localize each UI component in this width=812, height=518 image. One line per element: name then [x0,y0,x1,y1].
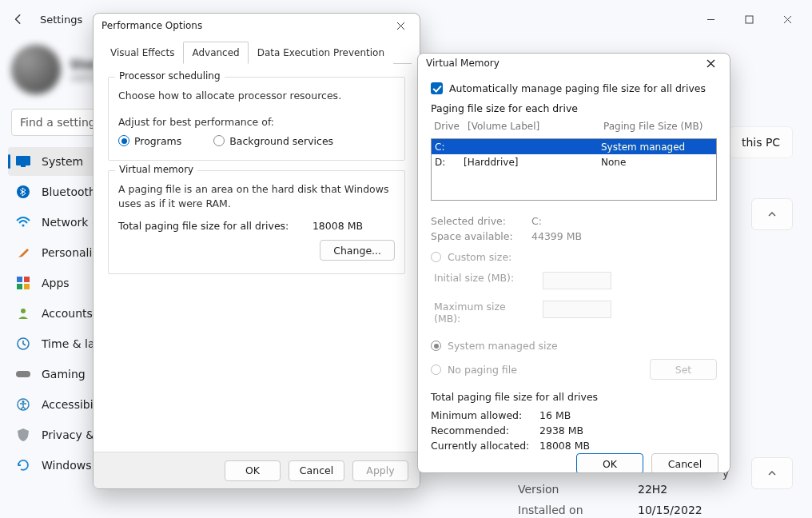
drive-list[interactable]: C: System managed D: [Harddrive] None [431,138,717,201]
wifi-icon [16,215,30,229]
processor-scheduling-group: Processor scheduling Choose how to alloc… [108,77,405,161]
radio-icon [213,135,225,146]
group-description: Choose how to allocate processor resourc… [118,89,395,104]
avatar[interactable] [11,45,61,94]
close-settings-button[interactable] [769,6,806,32]
radio-icon [431,365,441,375]
apps-icon [16,276,30,290]
group-description: A paging file is an area on the hard dis… [118,182,395,213]
set-button: Set [650,359,717,380]
checkbox-icon [431,82,443,94]
recommended-value: 2938 MB [539,424,583,436]
nav-label: Apps [42,277,70,289]
svg-rect-6 [17,277,22,282]
installed-value: 10/15/2022 [638,504,703,516]
rename-pc-button[interactable]: this PC [729,126,793,158]
installed-label: Installed on [518,504,622,516]
close-icon [783,15,792,24]
maximum-size-input [543,301,611,318]
space-available-value: 44399 MB [531,230,582,242]
drive-row[interactable]: C: System managed [432,139,716,154]
shield-icon [16,428,30,442]
cancel-button[interactable]: Cancel [651,453,718,473]
tabstrip: Visual Effects Advanced Data Execution P… [102,38,412,64]
brush-icon [16,245,30,260]
initial-size-input [543,272,611,289]
maximize-button[interactable] [730,6,767,32]
svg-rect-2 [16,156,30,165]
radio-programs[interactable]: Programs [118,135,181,147]
drive-size: None [601,157,713,168]
min-allowed-value: 16 MB [539,409,571,421]
drive-row[interactable]: D: [Harddrive] None [432,154,716,169]
adjust-label: Adjust for best performance of: [118,115,395,130]
person-icon [16,306,30,321]
version-label: Version [518,483,622,496]
radio-label: Background services [229,135,333,147]
expand-toggle[interactable] [751,198,793,230]
tab-dep[interactable]: Data Execution Prevention [249,42,393,64]
total-paging-value: 18008 MB [312,220,363,232]
settings-title: Settings [40,14,82,26]
apply-button[interactable]: Apply [352,460,408,481]
drive-list-header: Drive [Volume Label] Paging File Size (M… [431,119,717,133]
drive-letter: D: [435,157,464,168]
chevron-up-icon [767,468,777,478]
close-icon [707,59,715,68]
bluetooth-icon [16,185,30,199]
arrow-left-icon [13,14,24,25]
svg-rect-8 [17,284,22,289]
minimize-icon [707,15,715,24]
radio-label: Programs [134,135,181,147]
radio-icon [431,252,441,262]
virtual-memory-dialog: Virtual Memory Automatically manage pagi… [417,53,730,473]
nav-label: Accounts [42,307,93,320]
auto-manage-checkbox[interactable]: Automatically manage paging file size fo… [431,81,717,98]
close-button[interactable] [699,54,722,73]
ok-button[interactable]: OK [225,460,281,481]
col-paging-size: Paging File Size (MB) [603,121,715,132]
radio-icon [118,135,129,146]
maximum-size-label: Maximum size (MB): [434,301,535,325]
version-value: 22H2 [638,483,667,496]
cancel-button[interactable]: Cancel [289,460,344,481]
display-icon [16,154,30,169]
tab-advanced[interactable]: Advanced [183,42,248,64]
radio-background-services[interactable]: Background services [213,135,333,147]
space-available-label: Space available: [431,230,531,242]
selected-drive-label: Selected drive: [431,215,531,227]
currently-allocated-label: Currently allocated: [431,440,539,452]
checkbox-label: Automatically manage paging file size fo… [449,82,706,94]
svg-rect-12 [16,371,30,377]
svg-point-10 [21,309,26,313]
totals-header: Total paging file size for all drives [431,391,717,403]
svg-point-14 [22,400,25,403]
ok-button[interactable]: OK [576,453,643,473]
group-legend: Virtual memory [115,164,197,175]
group-legend: Processor scheduling [115,70,225,82]
col-volume: [Volume Label] [468,121,603,132]
drive-label: [Harddrive] [464,157,601,168]
drive-letter: C: [435,141,464,153]
min-allowed-label: Minimum allowed: [431,409,539,421]
recommended-label: Recommended: [431,424,539,436]
close-button[interactable] [389,16,412,35]
currently-allocated-value: 18008 MB [539,440,590,452]
expand-toggle[interactable] [751,457,793,489]
maximize-icon [745,15,754,24]
accessibility-icon [16,397,30,412]
total-paging-label: Total paging file size for all drives: [118,220,289,232]
minimize-button[interactable] [692,6,729,32]
svg-rect-3 [21,165,26,167]
radio-custom-size: Custom size: [431,249,717,265]
svg-rect-7 [24,277,30,282]
radio-label: No paging file [448,364,517,376]
selected-drive-value: C: [531,215,542,227]
change-button[interactable]: Change... [320,240,395,261]
close-icon [396,22,405,30]
tab-visual-effects[interactable]: Visual Effects [102,42,183,64]
gamepad-icon [16,367,30,381]
radio-system-managed: System managed size [431,337,717,354]
radio-icon [431,341,441,351]
back-button[interactable] [6,7,30,31]
